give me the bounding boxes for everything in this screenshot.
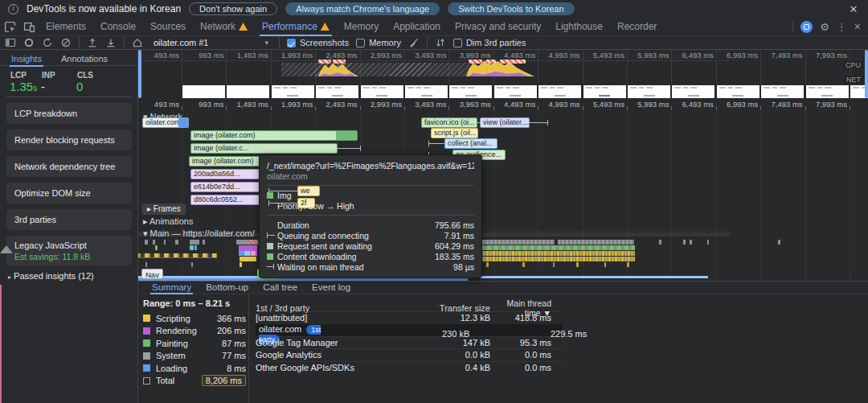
network-request[interactable]: collect (anal... [444,138,497,149]
divider [792,21,793,32]
record-icon[interactable] [23,37,35,48]
tooltip-row: Waiting on main thread98 µs [267,261,474,272]
screenshot-thumbnail[interactable] [761,85,804,98]
tab-annotations[interactable]: Annotations [58,51,111,67]
flame-segment [203,240,205,245]
expand-collapse-icon[interactable] [435,37,446,48]
inspect-icon[interactable] [0,18,19,36]
tab-elements[interactable]: Elements [39,18,93,36]
screenshot-thumbnail[interactable] [272,85,314,98]
devtools-close-icon[interactable]: × [854,21,861,32]
screenshot-thumbnail[interactable] [361,85,403,98]
network-request[interactable]: favicon.ico (oi... [421,117,477,128]
screenshot-thumbnail[interactable] [583,85,626,98]
flame-segment [627,262,629,267]
screenshot-thumbnail[interactable] [628,85,670,98]
insight-card-optimize-dom-size[interactable]: Optimize DOM size [6,183,132,204]
screenshot-thumbnail[interactable] [717,85,760,98]
tab-privacy-and-security[interactable]: Privacy and security [448,18,548,36]
network-request[interactable]: oilater.com/ (... [142,117,189,128]
screenshot-thumbnail[interactable] [405,85,448,98]
dim-3rd-parties-checkbox[interactable]: Dim 3rd parties [453,38,526,47]
match-language-button[interactable]: Always match Chrome's language [285,2,440,15]
screenshot-thumbnail[interactable] [538,85,581,98]
insight-card-3rd-parties[interactable]: 3rd parties [6,209,132,230]
network-request[interactable]: image (oilater.com) [190,130,358,141]
gridline [760,111,761,280]
passed-insights-toggle[interactable]: ▸ Passed insights (12) [8,271,94,281]
collect-garbage-icon[interactable] [408,37,420,48]
download-profile-icon[interactable] [105,37,117,48]
network-request[interactable]: d80c6dc0552... [190,195,268,205]
insight-card-network-dependency-tree[interactable]: Network dependency tree [6,156,132,177]
network-request[interactable]: view (oilater.... [480,117,530,128]
divider [6,97,132,97]
device-toolbar-icon[interactable] [19,18,39,36]
home-icon[interactable] [132,37,143,48]
table-row[interactable]: [unattributed]12.3 kB418.8 ms [256,311,563,324]
screenshots-checkbox[interactable]: Screenshots [287,38,349,47]
chrome-sync-badge-icon[interactable] [800,21,813,33]
bottom-tab-call-tree[interactable]: Call tree [256,281,305,294]
screenshot-thumbnail[interactable] [806,85,849,98]
screenshot-thumbnail[interactable] [449,85,492,98]
network-request[interactable]: e614b0e7dd... [190,182,265,192]
tab-insights[interactable]: Insights [8,51,45,67]
screenshot-thumbnail[interactable] [672,85,714,98]
network-request[interactable]: we [297,186,320,196]
tab-console[interactable]: Console [93,18,143,36]
flame-segment [778,240,780,245]
frames-track-toggle[interactable]: ▸ Frames [142,204,186,215]
overview-handle-right[interactable] [865,50,868,98]
screenshot-thumbnail[interactable] [227,85,269,98]
gridline [850,111,850,280]
toggle-panel-icon[interactable] [5,37,16,48]
network-request[interactable]: script.js (oil... [431,128,478,138]
network-request[interactable]: 200ad0a56d... [190,169,268,179]
tab-performance[interactable]: Performance [255,18,337,36]
table-header-row[interactable]: 1st / 3rd partyTransfer sizeMain thread … [256,298,563,311]
flame-segment [153,240,155,245]
main-track-header[interactable]: ▾ Main — https://oilater.com/ [143,228,255,239]
insight-card-lcp-breakdown[interactable]: LCP breakdown [6,103,132,124]
reload-record-icon[interactable] [42,37,53,48]
upload-profile-icon[interactable] [87,37,98,48]
flame-segment [522,262,525,267]
clear-icon[interactable] [60,37,72,48]
bottom-tab-bottom-up[interactable]: Bottom-up [199,281,256,294]
network-request[interactable]: 2f [297,198,315,208]
switch-devtools-button[interactable]: Switch DevTools to Korean [448,2,574,15]
warning-icon [239,23,248,31]
table-row[interactable]: Other Google APIs/SDKs0.4 kB0.0 ms [256,361,563,374]
tab-application[interactable]: Application [386,18,448,36]
memory-checkbox[interactable]: Memory [356,38,401,47]
tooltip-url: /_next/image?url=%2Fimages%2Flanguages.a… [267,161,474,171]
tab-memory[interactable]: Memory [337,18,386,36]
screenshot-thumbnail[interactable] [316,85,358,98]
screenshot-thumbnail[interactable] [182,85,225,98]
tab-lighthouse[interactable]: Lighthouse [548,18,610,36]
flame-segment [553,262,555,267]
dismiss-button[interactable]: Don't show again [189,2,277,15]
nav-marker-badge[interactable]: Nav [141,269,163,279]
table-row[interactable]: Google Tag Manager147 kB95.3 ms [256,336,563,349]
insight-card-legacy-javascript[interactable]: Legacy JavaScriptEst savings: 11.8 kB [6,236,132,265]
table-row[interactable]: Google Analytics0.0 kB0.0 ms [256,348,563,361]
overview-handle-left[interactable] [138,50,141,98]
tab-sources[interactable]: Sources [143,18,193,36]
insight-card-render-blocking-requests[interactable]: Render blocking requests [6,130,132,150]
screenshot-thumbnail[interactable] [494,85,537,98]
trace-select[interactable]: oilater.com #1 ▾ [150,38,272,47]
request-whisker-tick [360,146,361,151]
notification-close-icon[interactable]: ✕ [847,3,860,15]
table-row[interactable]: oilater.com1st party230 kB229.5 ms [256,323,563,336]
more-options-icon[interactable]: ⋮ [837,22,847,32]
tab-network[interactable]: Network [193,18,255,36]
settings-gear-icon[interactable]: ⚙ [820,22,829,32]
tab-recorder[interactable]: Recorder [610,18,664,36]
bottom-tab-event-log[interactable]: Event log [305,281,358,294]
request-whisker [428,143,444,144]
network-request[interactable]: image (oilater.c... [190,143,338,154]
animations-track-header[interactable]: ▸ Animations [143,216,193,227]
bottom-tab-summary[interactable]: Summary [145,281,199,294]
